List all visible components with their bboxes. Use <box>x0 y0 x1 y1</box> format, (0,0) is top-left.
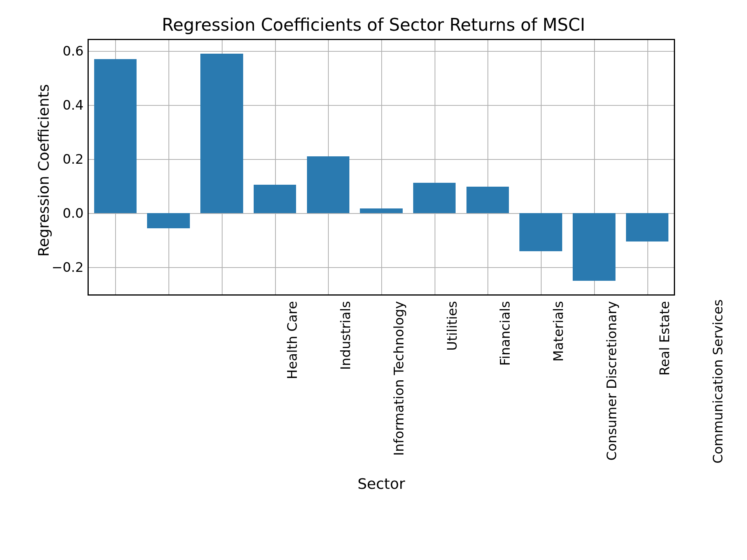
bar <box>360 208 402 214</box>
bar <box>519 213 562 251</box>
chart-title: Regression Coefficients of Sector Return… <box>0 15 747 35</box>
ytick-label: −0.2 <box>37 259 84 275</box>
bar <box>626 213 668 242</box>
bar <box>147 213 189 228</box>
bar <box>466 187 509 213</box>
bar <box>94 59 137 214</box>
gridline-v <box>487 40 488 294</box>
bar <box>573 213 615 281</box>
xtick-label: Financials <box>497 301 513 464</box>
xtick-label: Industrials <box>338 301 353 464</box>
gridline-v <box>275 40 276 294</box>
y-axis-label: Regression Coefficients <box>35 84 52 257</box>
xtick-label: Health Care <box>284 301 300 464</box>
bar <box>307 156 349 213</box>
x-axis-label: Sector <box>88 475 675 492</box>
xtick-label: Utilities <box>444 301 460 464</box>
bar <box>413 183 456 213</box>
chart-axes <box>88 39 675 296</box>
xtick-label: Consumer Discretionary <box>604 301 619 464</box>
bar <box>200 54 243 213</box>
gridline-v <box>647 40 648 294</box>
bar <box>254 185 296 213</box>
plot-area <box>89 40 674 294</box>
chart-figure: Regression Coefficients of Sector Return… <box>0 0 747 560</box>
gridline-v <box>541 40 542 294</box>
ytick-label: 0.6 <box>37 43 84 59</box>
gridline-v <box>435 40 435 294</box>
gridline-v <box>168 40 169 294</box>
xtick-label: Communication Services <box>710 301 726 464</box>
xtick-label: Information Technology <box>391 301 407 464</box>
xtick-label: Materials <box>551 301 566 464</box>
xtick-label: Real Estate <box>657 301 672 464</box>
gridline-v <box>381 40 382 294</box>
